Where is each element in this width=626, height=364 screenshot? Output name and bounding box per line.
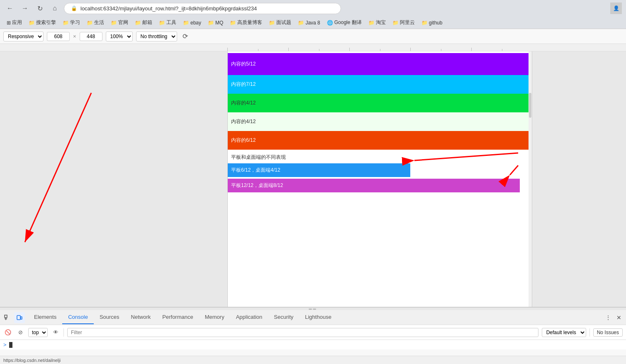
folder-icon: 📁 — [230, 20, 236, 26]
tab-performance[interactable]: Performance — [156, 311, 199, 324]
status-url: https://blog.csdn.net/dailnelji — [3, 358, 61, 363]
grid-col-blue: 平板6/12，桌面端4/12 — [228, 163, 410, 177]
reload-button[interactable]: ↻ — [34, 2, 46, 14]
bookmark-taobao[interactable]: 📁 淘宝 — [366, 18, 388, 27]
tab-lighthouse[interactable]: Lighthouse — [299, 311, 337, 324]
back-button[interactable]: ← — [4, 2, 16, 14]
bookmark-hq-blog[interactable]: 📁 高质量博客 — [227, 18, 265, 27]
no-issues-badge: No Issues — [593, 328, 623, 337]
devtools-icons-left — [2, 312, 25, 323]
nav-bar: ← → ↻ ⌂ 🔒 localhost:63342/mjlayui/layout… — [0, 0, 626, 17]
bookmark-aliyun[interactable]: 📁 阿里云 — [390, 18, 417, 27]
bookmark-apps[interactable]: ⊞ 应用 — [4, 18, 24, 27]
filter-input[interactable] — [67, 328, 538, 337]
console-input-area: > — [0, 340, 626, 349]
folder-icon: 📁 — [208, 20, 214, 26]
tab-elements[interactable]: Elements — [28, 311, 62, 324]
bookmark-official[interactable]: 📁 官网 — [108, 18, 131, 27]
devtools-close-button[interactable]: ✕ — [614, 312, 624, 323]
home-button[interactable]: ⌂ — [49, 2, 61, 14]
folder-icon: 📁 — [111, 20, 117, 26]
content-block-4: 内容的4/12 — [228, 112, 532, 131]
content-block-5: 内容的6/12 — [228, 131, 532, 150]
browser-window: ← → ↻ ⌂ 🔒 localhost:63342/mjlayui/layout… — [0, 0, 626, 364]
width-input[interactable] — [47, 32, 70, 41]
separator — [63, 328, 64, 337]
rotate-button[interactable]: ⟳ — [180, 32, 190, 41]
responsive-select[interactable]: Responsive — [3, 32, 44, 41]
url-text: localhost:63342/mjlayui/layout_row.html?… — [80, 5, 257, 12]
devtools-console-bar: 🚫 ⊘ top 👁 Default levels No Issues — [0, 325, 626, 340]
zoom-select[interactable]: 100% — [106, 32, 133, 41]
devtools-drag-handle[interactable]: ══ — [0, 307, 626, 310]
svg-line-1 — [25, 93, 91, 242]
main-area: 内容的5/12 内容的7/12 内容的4/12 内容的4/12 — [0, 51, 626, 307]
lock-icon: 🔒 — [71, 5, 77, 11]
content-block-1: 内容的5/12 — [228, 53, 532, 75]
bookmark-github[interactable]: 📁 github — [419, 19, 445, 27]
folder-icon: 📁 — [421, 20, 428, 26]
section-label: 平板和桌面端的不同表现 — [228, 150, 532, 163]
ruler — [0, 44, 626, 51]
bookmark-java8[interactable]: 📁 Java 8 — [295, 19, 322, 27]
tab-sources[interactable]: Sources — [94, 311, 125, 324]
left-arrow-svg — [0, 51, 227, 307]
viewport-content: 内容的5/12 内容的7/12 内容的4/12 内容的4/12 — [228, 51, 532, 195]
forward-button[interactable]: → — [19, 2, 31, 14]
viewport-scrollbar[interactable] — [529, 51, 532, 307]
folder-icon: 📁 — [159, 20, 165, 26]
eye-button[interactable]: 👁 — [51, 328, 60, 337]
viewport: 内容的5/12 内容的7/12 内容的4/12 内容的4/12 — [227, 51, 532, 307]
content-block-3: 内容的4/12 — [228, 94, 532, 112]
devtools-tabs: Elements Console Sources Network Perform… — [0, 310, 626, 325]
inspect-element-button[interactable] — [2, 312, 12, 323]
folder-icon: 📁 — [269, 20, 275, 26]
device-toggle-button[interactable] — [14, 312, 25, 323]
tab-security[interactable]: Security — [268, 311, 299, 324]
svg-rect-6 — [5, 315, 7, 318]
grid-row-2-wrapper: 平板12/12，桌面端8/12 — [228, 178, 532, 193]
bookmark-ebay[interactable]: 📁 ebay — [180, 19, 204, 27]
console-clear-button[interactable]: 🚫 — [3, 328, 12, 337]
bookmark-interview[interactable]: 📁 面试题 — [266, 18, 294, 27]
right-sidebar — [532, 51, 626, 307]
left-sidebar — [0, 51, 227, 307]
bookmark-search[interactable]: 📁 搜索引擎 — [26, 18, 58, 27]
svg-rect-10 — [21, 317, 22, 319]
folder-icon: 📁 — [29, 20, 35, 26]
throttle-select[interactable]: No throttling — [136, 32, 177, 41]
bookmark-tools[interactable]: 📁 工具 — [156, 18, 179, 27]
bookmarks-bar: ⊞ 应用 📁 搜索引擎 📁 学习 📁 生活 📁 官网 📁 邮箱 📁 工具 📁 — [0, 17, 626, 29]
tab-console[interactable]: Console — [62, 311, 94, 324]
tab-application[interactable]: Application — [230, 311, 268, 324]
folder-icon: 📁 — [368, 20, 375, 26]
content-block-2: 内容的7/12 — [228, 75, 532, 94]
tab-memory[interactable]: Memory — [199, 311, 230, 324]
google-icon: 🌐 — [327, 20, 333, 26]
bookmark-learn[interactable]: 📁 学习 — [60, 18, 83, 27]
console-cursor — [9, 342, 12, 348]
bookmark-life[interactable]: 📁 生活 — [84, 18, 107, 27]
address-bar[interactable]: 🔒 localhost:63342/mjlayui/layout_row.htm… — [64, 3, 341, 14]
height-input[interactable] — [80, 32, 102, 41]
devtools-settings-button[interactable]: ⋮ — [603, 312, 614, 323]
folder-icon: 📁 — [298, 20, 304, 26]
folder-icon: 📁 — [392, 20, 399, 26]
dimension-separator: × — [73, 33, 76, 39]
console-filter-button[interactable]: ⊘ — [16, 328, 25, 337]
bookmark-mq[interactable]: 📁 MQ — [205, 19, 226, 27]
profile-avatar[interactable]: 👤 — [610, 2, 622, 14]
scrollbar-thumb[interactable] — [529, 93, 531, 118]
grid-row-1-wrapper: 平板6/12，桌面端4/12 — [228, 163, 532, 178]
folder-icon: 📁 — [63, 20, 69, 26]
context-select[interactable]: top — [28, 328, 48, 337]
bookmark-email[interactable]: 📁 邮箱 — [132, 18, 155, 27]
svg-rect-9 — [17, 315, 20, 320]
folder-icon: 📁 — [183, 20, 189, 26]
tab-network[interactable]: Network — [125, 311, 157, 324]
bookmark-google-translate[interactable]: 🌐 Google 翻译 — [324, 18, 364, 27]
default-levels-select[interactable]: Default levels — [542, 328, 586, 337]
folder-icon: 📁 — [87, 20, 93, 26]
apps-icon: ⊞ — [7, 20, 11, 26]
separator2 — [589, 328, 590, 337]
